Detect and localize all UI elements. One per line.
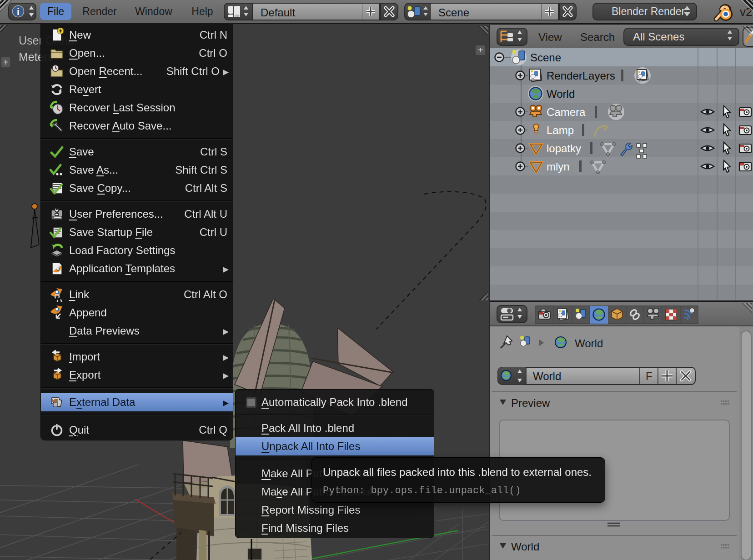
svg-text:World: World: [533, 370, 561, 382]
svg-text:All Scenes: All Scenes: [633, 30, 684, 43]
svg-text:Lamp: Lamp: [547, 124, 574, 136]
svg-text:mlyn: mlyn: [547, 160, 570, 173]
svg-text:World: World: [575, 337, 603, 350]
svg-text:World: World: [547, 88, 575, 100]
svg-text:World: World: [511, 540, 539, 553]
svg-text:F: F: [646, 370, 653, 382]
svg-text:i: i: [17, 6, 20, 17]
svg-text:Scene: Scene: [530, 51, 561, 64]
svg-text:View: View: [538, 31, 562, 43]
svg-text:Preview: Preview: [511, 397, 550, 409]
svg-text:Search: Search: [580, 31, 615, 43]
svg-text:RenderLayers: RenderLayers: [547, 70, 615, 82]
svg-text:lopatky: lopatky: [547, 142, 581, 155]
svg-text:Camera: Camera: [547, 106, 586, 118]
